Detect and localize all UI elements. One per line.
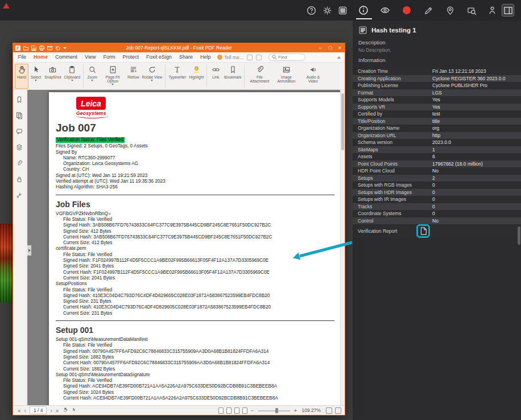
minimize-button[interactable]: – <box>316 43 325 52</box>
page-fit-option-button[interactable]: Page Fit Option <box>100 64 126 89</box>
settings-icon[interactable] <box>321 4 333 17</box>
zoom-slider-thumb[interactable] <box>275 408 278 413</box>
ribbon-tab[interactable]: Foxit eSign <box>142 52 175 62</box>
location-icon[interactable] <box>444 4 456 17</box>
highlight-button[interactable]: Highlight <box>188 64 205 89</box>
hand-tool-button[interactable]: Hand <box>15 64 28 89</box>
help-icon[interactable] <box>305 4 317 17</box>
image-annotation-button[interactable]: Image Annotation <box>273 64 299 89</box>
find-input[interactable] <box>278 55 302 60</box>
menubar-extra-icon[interactable] <box>247 55 253 60</box>
ribbon-tab[interactable]: Comment <box>52 52 81 62</box>
ribbon-tab[interactable]: Share <box>175 52 196 62</box>
first-page-button[interactable]: « <box>16 406 22 415</box>
snapshot-button[interactable]: SnapShot <box>43 64 62 89</box>
info-row[interactable]: Title/Position title <box>353 118 521 125</box>
save-icon[interactable] <box>31 45 37 51</box>
layers-icon[interactable] <box>15 143 24 152</box>
info-row[interactable]: Organization Name org <box>353 125 521 132</box>
ribbon-tab[interactable]: View <box>81 52 100 62</box>
capture-icon[interactable] <box>465 4 478 17</box>
status-hand-icon[interactable] <box>63 407 68 414</box>
info-row[interactable]: SiteMaps 1 <box>353 146 521 154</box>
close-button[interactable]: × <box>335 43 345 52</box>
bookmarks-icon[interactable] <box>15 96 24 104</box>
security-icon[interactable] <box>15 175 24 184</box>
tools-icon[interactable] <box>15 191 24 200</box>
comments-icon[interactable] <box>15 127 24 136</box>
info-row[interactable]: Creation Time Fri Jan 13 12:21:18 2023 <box>353 68 521 75</box>
tell-me-box[interactable]: Tell me... <box>217 55 243 60</box>
pages-icon[interactable] <box>15 112 24 120</box>
zoom-in-button[interactable]: + <box>293 406 299 415</box>
select-tool-button[interactable]: Select <box>29 64 43 89</box>
ribbon-tab[interactable]: Home <box>30 52 52 62</box>
ribbon-tab[interactable]: Protect <box>119 52 143 62</box>
info-row[interactable]: HDR Point Cloud No <box>353 167 521 175</box>
single-page-view-icon[interactable] <box>218 407 224 414</box>
edit-icon[interactable] <box>422 4 435 17</box>
print-icon[interactable] <box>39 45 45 51</box>
mail-icon[interactable] <box>47 45 53 51</box>
info-row[interactable]: Coordinate Systems 0 <box>353 210 521 217</box>
fullscreen-icon[interactable] <box>335 407 341 414</box>
undo-icon[interactable] <box>55 45 61 51</box>
reflow-button[interactable]: Reflow <box>126 64 140 89</box>
document-scrollbar[interactable] <box>340 90 345 405</box>
info-row[interactable]: Schema version 2023.0.0 <box>353 139 521 146</box>
continuous-facing-view-icon[interactable] <box>242 407 247 414</box>
info-row[interactable]: Setups with HDR Images 0 <box>353 189 521 196</box>
info-row[interactable]: Setups 2 <box>353 175 521 182</box>
info-row[interactable]: Supports Models Yes <box>353 96 521 104</box>
layout-icon[interactable] <box>502 4 514 17</box>
record-icon[interactable] <box>400 4 413 17</box>
panel-expand-arrow[interactable] <box>27 245 31 256</box>
menubar-extra-icon[interactable] <box>256 55 262 60</box>
info-icon[interactable] <box>357 4 370 17</box>
info-row[interactable]: Publishing License Cyclone PUBLISHER Pro <box>353 82 521 89</box>
info-row[interactable]: Supports VR Yes <box>353 104 521 111</box>
zoom-out-button[interactable]: − <box>250 406 255 415</box>
info-row[interactable]: Control No <box>353 217 521 225</box>
find-box[interactable] <box>268 53 305 61</box>
info-row[interactable]: Setups with IR Images 0 <box>353 196 521 203</box>
audio-video-button[interactable]: Audio & Video <box>300 64 326 89</box>
next-page-button[interactable]: › <box>49 406 53 415</box>
window-title-bar[interactable]: Job 007-Report-qlSLKKM.pdf - Foxit PDF R… <box>13 43 345 52</box>
apps-icon[interactable] <box>336 4 349 17</box>
clipboard-button[interactable]: Clipboard <box>63 64 81 89</box>
attachments-icon[interactable] <box>15 159 24 168</box>
file-attachment-button[interactable]: File Attachment <box>246 64 272 89</box>
zoom-slider[interactable] <box>258 406 290 415</box>
maximize-button[interactable]: □ <box>325 43 335 52</box>
panel-scrollbar[interactable] <box>518 227 520 245</box>
prev-page-button[interactable]: ‹ <box>23 406 27 415</box>
ribbon-tab[interactable]: File <box>14 52 30 62</box>
info-row[interactable]: Tracks 0 <box>353 203 521 211</box>
continuous-view-icon[interactable] <box>226 407 231 414</box>
customize-toolbar-caret-icon[interactable] <box>63 47 67 49</box>
typewriter-button[interactable]: Typewriter <box>167 64 187 89</box>
info-row[interactable]: Assets 6 <box>353 153 521 160</box>
zoom-tool-button[interactable]: Zoom <box>85 64 99 89</box>
scrollbar-thumb[interactable] <box>341 93 344 150</box>
ribbon-tab[interactable]: Form <box>100 52 119 62</box>
facing-view-icon[interactable] <box>234 407 239 414</box>
info-row[interactable]: Point Cloud Points 17967662 (18.0 millio… <box>353 160 521 168</box>
info-row[interactable]: Format LGS <box>353 89 521 97</box>
rotate-view-button[interactable]: Rotate View <box>140 64 163 89</box>
fit-width-icon[interactable] <box>326 407 332 414</box>
last-page-button[interactable]: » <box>55 406 60 415</box>
info-row[interactable]: Certified by test <box>353 110 521 118</box>
report-document-icon[interactable] <box>420 227 427 236</box>
info-row[interactable]: Setups with RGB Images 0 <box>353 182 521 189</box>
user-icon[interactable] <box>486 4 498 17</box>
page-number-box[interactable]: 1 / 4 <box>30 406 47 414</box>
document-view[interactable]: Leica Geosystems Job 007 Verification St… <box>27 90 340 405</box>
eye-icon[interactable] <box>379 4 391 17</box>
collapse-ribbon-icon[interactable] <box>337 56 341 59</box>
status-select-icon[interactable] <box>71 407 77 414</box>
bookmark-button[interactable]: Bookmark <box>223 64 242 89</box>
ribbon-tab[interactable]: Help <box>196 52 214 62</box>
info-row[interactable]: Organization URL http <box>353 132 521 139</box>
